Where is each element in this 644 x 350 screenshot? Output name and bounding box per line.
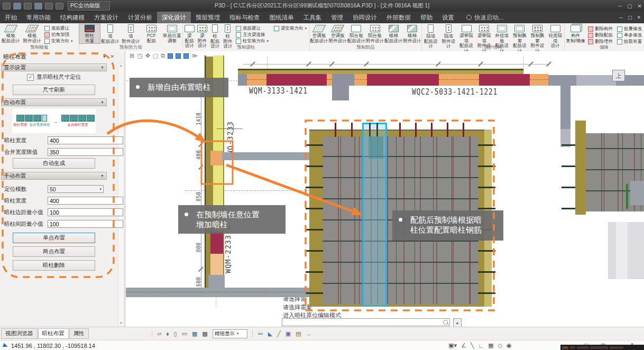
tab-start[interactable]: 开始 <box>0 12 22 23</box>
doc-restore-button[interactable]: ▢ <box>628 15 632 20</box>
wall-stub[interactable] <box>560 86 571 129</box>
tab-external[interactable]: 外部数据 <box>382 12 416 23</box>
wall-segment-wqc2[interactable] <box>479 74 530 86</box>
tab-drawings[interactable]: 图纸清单 <box>265 12 299 23</box>
tab-analysis[interactable]: 计算分析 <box>123 12 157 23</box>
wall-segment[interactable] <box>238 74 247 86</box>
hidden-column-highlight[interactable] <box>362 123 387 307</box>
delete-component-button[interactable]: 删除构件 <box>588 26 613 32</box>
save-icon[interactable] <box>24 3 32 10</box>
minimize-button[interactable]: ─ <box>618 3 622 9</box>
delete-embed-button[interactable]: 删除埋件 <box>588 39 613 44</box>
snap-line-icon[interactable]: ╲ <box>471 342 474 349</box>
command-expand-button[interactable]: ▲ <box>453 318 462 327</box>
pick-layout-button[interactable]: 拾取布置 <box>617 39 642 44</box>
view-layers-icon[interactable]: ⧉ <box>161 52 165 59</box>
ortho-icon[interactable]: ∟ <box>478 343 484 349</box>
wall-attachment-design-button[interactable]: 墙附件设计 <box>121 24 141 44</box>
wall-segment[interactable] <box>354 74 367 86</box>
tab-view-browser[interactable]: 视图浏览器 <box>1 328 38 339</box>
slab-rebar-design-button[interactable]: 楼板配筋设计 <box>0 24 22 43</box>
cast-wall-light[interactable] <box>576 75 616 86</box>
tab-modeling[interactable]: 结构建模 <box>56 12 89 23</box>
top-view-icon[interactable] <box>183 53 189 59</box>
view-box-icon[interactable]: ▢ <box>153 52 158 59</box>
balcony-attachment-button[interactable]: 阳台板附件设计 <box>366 24 384 43</box>
wall-segment[interactable] <box>530 74 548 86</box>
install-direction-button[interactable]: 安装方向▾ <box>44 39 77 44</box>
new-file-icon[interactable] <box>3 3 11 10</box>
position-module-select[interactable]: 50▾ <box>48 185 104 193</box>
tab-tools[interactable]: 工具集 <box>299 12 327 23</box>
osnap-mode-icon[interactable]: ▣▾ <box>448 342 457 349</box>
show-dimension-checkbox[interactable]: ✓ 显示暗柱尺寸定位 <box>1 71 107 83</box>
front-view-icon[interactable] <box>176 53 181 59</box>
undo-icon[interactable] <box>45 3 53 10</box>
block-tool-icon[interactable]: ▣ <box>286 330 291 337</box>
edit-pencil-icon[interactable]: ╱ <box>277 330 281 337</box>
spacing-min-distance-input[interactable] <box>48 220 123 228</box>
bottom-rebar-avoid-button[interactable]: 底筋避让 <box>44 26 77 31</box>
dimension-refresh-button[interactable]: 尺寸刷新 <box>13 85 95 95</box>
section-manual-layout[interactable]: 手动布置▼ <box>1 172 107 180</box>
tab-embeds[interactable]: 预留预埋 <box>191 12 225 23</box>
ac-slab-rebar-button[interactable]: 空调板配筋设计 <box>310 24 328 43</box>
delete-rebar-button[interactable]: 删除配筋 <box>588 33 613 38</box>
tab-properties[interactable]: 属性 <box>69 328 89 339</box>
wall-segment[interactable] <box>332 74 354 86</box>
layer-tool-icon[interactable]: ▤ <box>296 330 301 337</box>
tab-help[interactable]: 帮助 <box>416 12 437 23</box>
texture-view-icon[interactable]: ▩ <box>202 330 207 337</box>
tab-common[interactable]: 常用功能 <box>22 12 56 23</box>
delete-hidden-column-button[interactable]: 暗柱删除 <box>13 260 95 271</box>
redo-icon[interactable] <box>56 3 63 10</box>
edge-min-distance-input[interactable] <box>48 208 123 216</box>
settings-gear-icon[interactable]: ◉ <box>507 342 512 349</box>
wall-segment[interactable] <box>439 74 479 86</box>
open-file-icon[interactable] <box>13 3 21 10</box>
restore-button[interactable]: ▢ <box>627 3 632 9</box>
snap-angle-icon[interactable]: ∠ <box>461 342 466 349</box>
tab-collab[interactable]: 协同设计 <box>348 12 382 23</box>
export-tool-icon[interactable]: → <box>306 330 312 337</box>
tab-check[interactable]: 指标与检查 <box>225 12 265 23</box>
wall-segment[interactable] <box>210 232 223 254</box>
doc-close-button[interactable]: ✕ <box>637 15 641 20</box>
solid-view-icon[interactable]: ▭ <box>181 330 187 337</box>
edition-dropdown[interactable]: PC全功能版 ▾ <box>68 1 110 11</box>
tab-manage[interactable]: 管理 <box>326 12 348 23</box>
checkbox-checked-icon[interactable]: ✓ <box>27 74 34 81</box>
stair-rebar-button[interactable]: 楼梯配筋设计 <box>384 24 403 43</box>
two-point-layout-button[interactable]: 两点布置 <box>13 246 95 257</box>
batch-modify-button[interactable]: 批量修改 <box>617 26 642 32</box>
primary-secondary-beam-button[interactable]: 主次梁连接 <box>236 32 271 38</box>
save-all-icon[interactable] <box>34 3 42 10</box>
wall-segment[interactable] <box>210 254 223 275</box>
section-auto-layout[interactable]: 自动布置▼ <box>1 98 107 106</box>
scroll-up-icon[interactable]: ▲ <box>118 64 124 67</box>
tab-hidden-column-layout[interactable]: 暗柱布置 <box>38 328 69 339</box>
stair-attachment-button[interactable]: 楼梯附件设计 <box>403 24 421 43</box>
top-wall-slab-edge[interactable] <box>238 69 523 74</box>
command-input[interactable] <box>282 318 450 326</box>
slab-attachment-design-button[interactable]: 楼板附件设计 <box>22 24 43 43</box>
column-width-input[interactable] <box>48 136 123 144</box>
panel-close-icon[interactable]: ✕ <box>110 54 114 59</box>
stair-view-icon[interactable]: ◣ <box>268 330 272 337</box>
single-multi-modify-button[interactable]: 单多修改 <box>617 33 642 38</box>
grid-icon[interactable]: ▦ <box>488 342 493 349</box>
tab-detailing[interactable]: 深化设计 <box>157 12 191 23</box>
hidden-column-layout-button[interactable]: 暗柱布置 <box>79 24 100 43</box>
pcf-rebar-button[interactable]: PCF配筋 <box>141 24 162 43</box>
manual-column-width-input[interactable] <box>48 197 123 205</box>
wall-segment[interactable] <box>247 74 266 86</box>
neighbor-wall-tan[interactable] <box>575 121 586 215</box>
longitudinal-rebar-adjust-button[interactable]: 纵筋位置调整 <box>162 24 182 43</box>
panel-collapse-icon[interactable]: ▾ <box>103 54 106 59</box>
wall-rebar-design-button[interactable]: 墙配筋设计 <box>100 24 121 44</box>
iso-view-icon[interactable] <box>168 53 173 59</box>
pan-tool-icon[interactable]: ▱ <box>157 330 161 337</box>
wall-stub[interactable] <box>332 86 349 100</box>
tab-scheme[interactable]: 方案设计 <box>89 12 123 23</box>
grid-snap-icon[interactable]: ⊞ <box>130 52 134 59</box>
